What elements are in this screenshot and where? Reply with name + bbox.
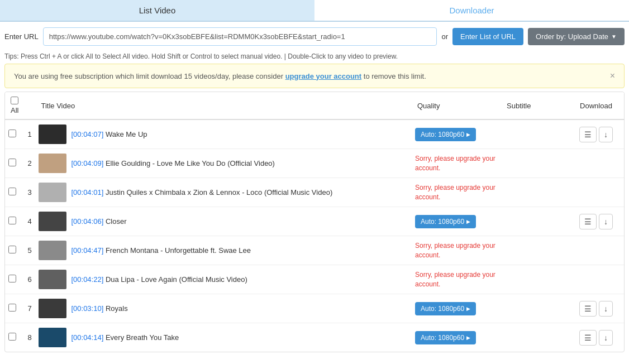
row-download-cell [568,265,624,294]
upgrade-link[interactable]: upgrade your account [285,72,362,80]
tips-text: Tips: Press Ctrl + A or click All to Sel… [0,51,629,64]
action-buttons: ☰↓ [571,214,621,229]
quality-button[interactable]: Auto: 1080p60 [415,215,476,228]
header-subtitle: Subtitle [501,92,568,119]
tab-bar: List Video Downloader [0,0,629,22]
video-duration-link[interactable]: [00:04:07] [71,130,105,138]
settings-button[interactable]: ☰ [579,214,597,229]
tab-list-video[interactable]: List Video [0,0,314,21]
row-checkbox[interactable] [8,246,16,253]
row-number: 5 [24,236,35,265]
sorry-text: Sorry, please upgrade your account. [415,183,498,202]
video-thumbnail [39,212,66,231]
row-download-cell [568,236,624,265]
video-title: [00:04:01] Justin Quiles x Chimbala x Zi… [71,188,332,197]
video-title: [00:04:22] Dua Lipa - Love Again (Offici… [71,275,247,284]
video-name: Royals [106,304,128,313]
order-by-button[interactable]: Order by: Upload Date [528,28,625,45]
row-title-cell: [00:04:09] Ellie Goulding - Love Me Like… [35,149,412,178]
video-table: All Title Video Quality Subtitle Downloa… [5,92,624,352]
or-label: or [441,32,448,41]
download-button[interactable]: ↓ [599,214,613,229]
row-quality-cell: Auto: 1080p60 [412,207,501,236]
video-thumbnail [39,183,66,202]
url-row: Enter URL or Enter List of URL Order by:… [0,22,629,51]
warning-text: You are using free subscription which li… [14,72,610,80]
row-subtitle-cell [501,207,568,236]
video-duration-link[interactable]: [00:04:09] [71,159,105,167]
video-duration-link[interactable]: [00:04:06] [71,217,105,226]
row-subtitle-cell [501,178,568,207]
table-row: 3[00:04:01] Justin Quiles x Chimbala x Z… [5,178,624,207]
quality-button[interactable]: Auto: 1080p60 [415,302,476,315]
table-row: 4[00:04:06] CloserAuto: 1080p60☰↓ [5,207,624,236]
row-number: 2 [24,149,35,178]
row-quality-cell: Sorry, please upgrade your account. [412,149,501,178]
header-num [24,92,35,119]
settings-button[interactable]: ☰ [579,330,597,346]
download-button[interactable]: ↓ [599,127,613,142]
row-download-cell: ☰↓ [568,294,624,323]
settings-button[interactable]: ☰ [579,301,597,317]
video-name: Justin Quiles x Chimbala x Zion & Lennox… [106,188,332,197]
row-quality-cell: Sorry, please upgrade your account. [412,178,501,207]
header-download: Download [568,92,624,119]
row-checkbox[interactable] [8,333,16,341]
video-thumbnail [39,270,66,289]
table-row: 7[00:03:10] RoyalsAuto: 1080p60☰↓ [5,294,624,323]
row-subtitle-cell [501,119,568,149]
table-row: 5[00:04:47] French Montana - Unforgettab… [5,236,624,265]
row-checkbox[interactable] [8,275,16,282]
url-label: Enter URL [4,32,39,41]
action-buttons: ☰↓ [571,127,621,142]
row-download-cell: ☰↓ [568,119,624,149]
row-title-cell: [00:04:47] French Montana - Unforgettabl… [35,236,412,265]
quality-button[interactable]: Auto: 1080p60 [415,331,476,344]
row-quality-cell: Sorry, please upgrade your account. [412,236,501,265]
video-thumbnail [39,241,66,260]
row-checkbox[interactable] [8,159,16,166]
row-title-cell: [00:04:22] Dua Lipa - Love Again (Offici… [35,265,412,294]
url-input[interactable] [43,27,437,46]
row-title-cell: [00:04:06] Closer [35,207,412,236]
tab-downloader[interactable]: Downloader [314,0,629,21]
row-quality-cell: Auto: 1080p60 [412,119,501,149]
row-checkbox[interactable] [8,217,16,224]
row-download-cell [568,178,624,207]
header-title: Title Video [35,92,412,119]
warning-banner: You are using free subscription which li… [4,64,625,88]
download-button[interactable]: ↓ [599,330,613,346]
row-title-cell: [00:04:01] Justin Quiles x Chimbala x Zi… [35,178,412,207]
row-subtitle-cell [501,236,568,265]
warning-close-button[interactable]: × [610,71,615,81]
video-duration-link[interactable]: [00:04:47] [71,246,105,255]
download-button[interactable]: ↓ [599,301,613,317]
enter-list-button[interactable]: Enter List of URL [452,28,523,45]
sorry-text: Sorry, please upgrade your account. [415,270,498,289]
video-duration-link[interactable]: [00:04:22] [71,275,105,284]
header-checkbox: All [5,92,24,119]
video-title: [00:04:47] French Montana - Unforgettabl… [71,246,251,255]
row-subtitle-cell [501,323,568,352]
header-quality: Quality [412,92,501,119]
row-number: 3 [24,178,35,207]
row-download-cell [568,149,624,178]
row-number: 4 [24,207,35,236]
row-title-cell: [00:03:10] Royals [35,294,412,323]
row-checkbox[interactable] [8,130,16,137]
video-duration-link[interactable]: [00:04:14] [71,333,105,342]
select-all-checkbox[interactable] [11,97,18,104]
video-name: Every Breath You Take [106,333,179,342]
row-subtitle-cell [501,294,568,323]
video-name: Closer [106,217,127,226]
video-table-container: All Title Video Quality Subtitle Downloa… [4,92,625,352]
settings-button[interactable]: ☰ [579,127,597,142]
video-duration-link[interactable]: [00:04:01] [71,188,105,197]
video-duration-link[interactable]: [00:03:10] [71,304,105,313]
quality-button[interactable]: Auto: 1080p60 [415,128,476,141]
row-checkbox[interactable] [8,304,16,312]
row-checkbox[interactable] [8,188,16,195]
table-row: 8[00:04:14] Every Breath You TakeAuto: 1… [5,323,624,352]
row-quality-cell: Auto: 1080p60 [412,294,501,323]
row-subtitle-cell [501,149,568,178]
